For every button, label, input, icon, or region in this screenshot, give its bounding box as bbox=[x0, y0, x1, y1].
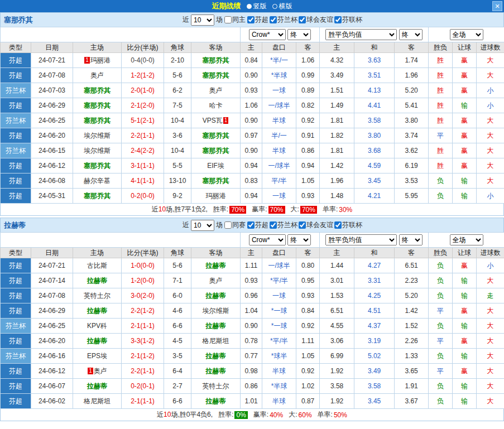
result-cell: 平 bbox=[429, 334, 453, 349]
league-checkbox[interactable] bbox=[334, 16, 342, 23]
avg-draw-cell: 3.58 bbox=[354, 113, 395, 128]
avg-final-select[interactable]: 终 bbox=[399, 29, 423, 40]
league-filter[interactable]: 球会友谊 bbox=[299, 220, 333, 230]
handicap-result-cell: 赢 bbox=[453, 113, 477, 128]
filter-bar: 近 10 场 同主 芬超芬兰杯球会友谊芬联杯 bbox=[183, 13, 362, 27]
avg-home-cell: 1.92 bbox=[320, 394, 354, 409]
league-checkbox[interactable] bbox=[299, 16, 306, 23]
date-cell: 24-07-14 bbox=[31, 273, 73, 288]
date-cell: 24-06-16 bbox=[31, 349, 73, 364]
scope-select[interactable]: 全场 bbox=[450, 29, 483, 40]
result-cell: 胜 bbox=[429, 113, 453, 128]
layout-option-horizontal[interactable]: 横版 bbox=[272, 2, 292, 11]
league-filter-label: 芬超 bbox=[255, 15, 268, 25]
column-header: 客场 bbox=[191, 42, 241, 53]
summary-item-label: 大: bbox=[291, 205, 299, 214]
same-filter[interactable]: 同赛 bbox=[224, 220, 246, 230]
odds-final-select[interactable]: 终 bbox=[287, 29, 311, 40]
league-checkbox[interactable] bbox=[334, 221, 342, 229]
corners-cell: 6-4 bbox=[164, 364, 191, 379]
odds-company-select[interactable]: Crow* bbox=[249, 29, 286, 40]
same-filter[interactable]: 同主 bbox=[224, 15, 246, 25]
scope-select[interactable]: 全场 bbox=[450, 234, 483, 245]
avg-away-cell: 1.33 bbox=[395, 349, 429, 364]
handicap-result-cell: 输 bbox=[453, 98, 477, 113]
home-team-cell: 拉赫蒂 bbox=[73, 334, 122, 349]
recent-count-select[interactable]: 10 bbox=[191, 220, 214, 231]
team-name: 塞那乔其 bbox=[4, 15, 33, 25]
avg-final-select[interactable]: 终 bbox=[399, 234, 423, 245]
team-section: 拉赫蒂 近 10 场 同赛 芬超芬兰杯球会友谊芬联杯 bbox=[0, 218, 504, 421]
home-odds-cell: 0.98 bbox=[241, 364, 262, 379]
corners-cell: 7-5 bbox=[164, 98, 191, 113]
avg-type-select[interactable]: 胜平负均值 bbox=[325, 234, 397, 245]
league-filter[interactable]: 芬超 bbox=[247, 15, 268, 25]
league-cell: 芬超 bbox=[1, 128, 31, 143]
rank-badge: 1 bbox=[88, 368, 93, 374]
league-checkbox[interactable] bbox=[270, 16, 277, 23]
avg-draw-cell: 4.27 bbox=[354, 258, 395, 273]
league-filter[interactable]: 芬兰杯 bbox=[270, 15, 297, 25]
handicap-cell: 一/球半 bbox=[262, 98, 296, 113]
league-filter[interactable]: 芬联杯 bbox=[334, 220, 362, 230]
odds-final-select[interactable]: 终 bbox=[287, 234, 311, 245]
avg-away-cell: 6.51 bbox=[395, 258, 429, 273]
league-filter[interactable]: 球会友谊 bbox=[299, 15, 333, 25]
score-cell: 3-1(1-1) bbox=[122, 158, 164, 173]
team-link: 奥卢 bbox=[94, 367, 107, 375]
avg-type-select[interactable]: 胜平负均值 bbox=[325, 29, 397, 40]
team-link: 格尼斯坦 bbox=[203, 337, 229, 345]
handicap-cell: 平/半 bbox=[262, 173, 296, 189]
away-team-cell: 塞那乔其 bbox=[191, 68, 241, 83]
goals-cell: 大 bbox=[477, 143, 504, 158]
summary-count: 10 bbox=[159, 205, 166, 213]
column-header: 盘口 bbox=[262, 42, 296, 53]
league-filters: 芬超芬兰杯球会友谊芬联杯 bbox=[247, 15, 362, 25]
league-filter[interactable]: 芬兰杯 bbox=[270, 220, 297, 230]
same-checkbox[interactable] bbox=[224, 16, 232, 23]
summary-item-label: 单率: bbox=[318, 410, 333, 420]
home-odds-cell: 0.78 bbox=[241, 334, 262, 349]
avg-home-cell: 1.92 bbox=[320, 364, 354, 379]
result-cell: 胜 bbox=[429, 68, 453, 83]
score-cell: 2-2(1-1) bbox=[122, 128, 164, 143]
result-cell: 负 bbox=[429, 258, 453, 273]
layout-option-vertical[interactable]: 竖版 bbox=[247, 2, 267, 11]
date-cell: 24-06-02 bbox=[31, 394, 73, 409]
league-checkbox[interactable] bbox=[247, 16, 255, 23]
team-link: 埃尔维斯 bbox=[84, 132, 111, 139]
home-odds-cell: 0.93 bbox=[241, 273, 262, 288]
away-odds-cell: 0.99 bbox=[296, 68, 320, 83]
corners-cell: 6-6 bbox=[164, 319, 191, 334]
team-link: 英特土尔 bbox=[203, 382, 229, 390]
away-odds-cell: 0.93 bbox=[296, 189, 320, 204]
away-odds-cell: 0.91 bbox=[296, 128, 320, 143]
team-link: 塞那乔其 bbox=[84, 162, 111, 170]
league-filter-label: 芬联杯 bbox=[342, 220, 362, 230]
odds-company-select[interactable]: Crow* bbox=[249, 234, 286, 245]
corners-cell: 13-10 bbox=[164, 173, 191, 189]
controls-row: Crow* 终 胜平负均值 终 全场 bbox=[1, 27, 504, 42]
goals-cell: 大 bbox=[477, 334, 504, 349]
column-header: 类型 bbox=[1, 42, 31, 53]
away-team-cell: 拉赫蒂 bbox=[191, 258, 241, 273]
team-link: 拉赫蒂 bbox=[87, 277, 107, 285]
league-cell: 芬超 bbox=[1, 273, 31, 288]
away-odds-cell: 0.87 bbox=[296, 394, 320, 409]
away-team-cell: 奥卢 bbox=[191, 273, 241, 288]
team-link: 塞那乔其 bbox=[84, 192, 111, 200]
team-link: 玛丽港 bbox=[90, 56, 111, 64]
league-checkbox[interactable] bbox=[270, 221, 277, 229]
same-checkbox[interactable] bbox=[224, 221, 232, 229]
league-filter[interactable]: 芬联杯 bbox=[334, 15, 362, 25]
league-filter[interactable]: 芬超 bbox=[247, 220, 268, 230]
league-checkbox[interactable] bbox=[247, 221, 255, 229]
avg-away-cell: 1.74 bbox=[395, 53, 429, 68]
date-cell: 24-06-15 bbox=[31, 143, 73, 158]
close-icon[interactable]: ✕ bbox=[492, 1, 502, 11]
team-link: 塞那乔其 bbox=[84, 86, 111, 94]
league-checkbox[interactable] bbox=[299, 221, 306, 229]
home-team-cell: 赫尔辛基 bbox=[73, 173, 122, 189]
avg-home-cell: 1.44 bbox=[320, 258, 354, 273]
recent-count-select[interactable]: 10 bbox=[191, 15, 214, 26]
